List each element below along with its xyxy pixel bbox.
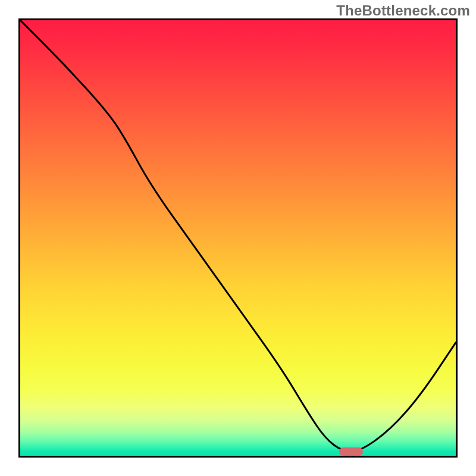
- bottleneck-curve: [20, 20, 456, 456]
- plot-area: [18, 18, 458, 458]
- optimal-marker: [339, 447, 363, 456]
- chart-container: TheBottleneck.com: [0, 0, 476, 476]
- watermark-text: TheBottleneck.com: [336, 2, 470, 19]
